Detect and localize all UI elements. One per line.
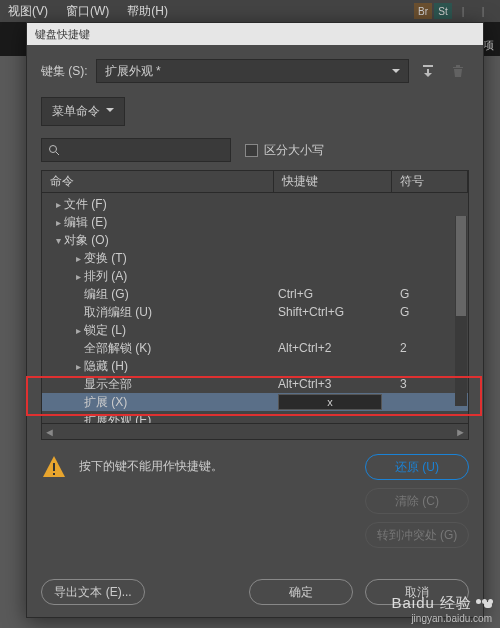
watermark: Baidu 经验 jingyan.baidu.com bbox=[391, 594, 492, 624]
goto-conflict-button: 转到冲突处 (G) bbox=[365, 522, 469, 548]
menu-window[interactable]: 窗口(W) bbox=[66, 3, 109, 20]
chevron-right-icon[interactable]: ▸ bbox=[72, 361, 84, 372]
chevron-down-icon[interactable]: ▾ bbox=[52, 235, 64, 246]
export-text-button[interactable]: 导出文本 (E)... bbox=[41, 579, 145, 605]
undo-button[interactable]: 还原 (U) bbox=[365, 454, 469, 480]
scrollbar-thumb[interactable] bbox=[456, 216, 466, 316]
tree-label: 锁定 (L) bbox=[84, 322, 126, 339]
match-case-checkbox[interactable]: 区分大小写 bbox=[245, 142, 324, 159]
shortcut-cell bbox=[274, 394, 392, 410]
chevron-right-icon[interactable]: ▸ bbox=[72, 271, 84, 282]
category-select[interactable]: 菜单命令 bbox=[41, 97, 125, 126]
ok-button[interactable]: 确定 bbox=[249, 579, 353, 605]
shortcut-cell: Shift+Ctrl+G bbox=[274, 305, 392, 319]
keyset-select[interactable]: 扩展外观 * bbox=[96, 59, 409, 83]
tree-label: 编组 (G) bbox=[84, 286, 129, 303]
warning-icon bbox=[41, 454, 67, 480]
tree-row[interactable]: ▸排列 (A) bbox=[42, 267, 468, 285]
col-symbol[interactable]: 符号 bbox=[392, 171, 468, 192]
match-case-label: 区分大小写 bbox=[264, 142, 324, 159]
menu-help[interactable]: 帮助(H) bbox=[127, 3, 168, 20]
search-input[interactable] bbox=[66, 143, 224, 157]
delete-set-icon bbox=[447, 60, 469, 82]
shortcut-cell: Alt+Ctrl+3 bbox=[274, 377, 392, 391]
save-set-icon[interactable] bbox=[417, 60, 439, 82]
tree-row[interactable]: 全部解锁 (K)Alt+Ctrl+22 bbox=[42, 339, 468, 357]
dialog-title: 键盘快捷键 bbox=[27, 23, 483, 45]
tree-label: 对象 (O) bbox=[64, 232, 109, 249]
checkbox-icon bbox=[245, 144, 258, 157]
stock-icon[interactable]: St bbox=[434, 3, 452, 19]
tree-row[interactable]: ▸隐藏 (H) bbox=[42, 357, 468, 375]
col-shortcut[interactable]: 快捷键 bbox=[274, 171, 392, 192]
shortcuts-grid: 命令 快捷键 符号 ▸文件 (F)▸编辑 (E)▾对象 (O)▸变换 (T)▸排… bbox=[41, 170, 469, 440]
svg-line-1 bbox=[56, 152, 59, 155]
keyset-label: 键集 (S): bbox=[41, 63, 88, 80]
tree-row[interactable]: 编组 (G)Ctrl+GG bbox=[42, 285, 468, 303]
tree-label: 扩展外观 (E) bbox=[84, 412, 151, 424]
tree-row[interactable]: 取消编组 (U)Shift+Ctrl+GG bbox=[42, 303, 468, 321]
shortcut-input[interactable] bbox=[278, 394, 382, 410]
tree-row[interactable]: 扩展外观 (E) bbox=[42, 411, 468, 423]
tree-label: 变换 (T) bbox=[84, 250, 127, 267]
svg-point-0 bbox=[50, 146, 57, 153]
tree-label: 编辑 (E) bbox=[64, 214, 107, 231]
tree-label: 文件 (F) bbox=[64, 196, 107, 213]
tree-label: 扩展 (X) bbox=[84, 394, 127, 411]
tree-label: 显示全部 bbox=[84, 376, 132, 393]
watermark-brand: Baidu 经验 bbox=[391, 594, 472, 613]
tree-row[interactable]: ▸锁定 (L) bbox=[42, 321, 468, 339]
tree-row[interactable]: ▸文件 (F) bbox=[42, 195, 468, 213]
search-input-wrap bbox=[41, 138, 231, 162]
tree-label: 取消编组 (U) bbox=[84, 304, 152, 321]
shortcut-cell: Alt+Ctrl+2 bbox=[274, 341, 392, 355]
keyset-value: 扩展外观 * bbox=[105, 63, 161, 80]
svg-rect-3 bbox=[53, 473, 55, 475]
clear-button: 清除 (C) bbox=[365, 488, 469, 514]
tree-label: 全部解锁 (K) bbox=[84, 340, 151, 357]
scrollbar-track[interactable] bbox=[455, 216, 467, 406]
chevron-right-icon[interactable]: ▸ bbox=[72, 325, 84, 336]
chevron-right-icon[interactable]: ▸ bbox=[52, 217, 64, 228]
svg-rect-2 bbox=[53, 463, 55, 471]
tree-row[interactable]: 扩展 (X) bbox=[42, 393, 468, 411]
search-icon bbox=[48, 144, 60, 156]
tree-row[interactable]: ▸变换 (T) bbox=[42, 249, 468, 267]
tree-row[interactable]: 显示全部Alt+Ctrl+33 bbox=[42, 375, 468, 393]
warning-text: 按下的键不能用作快捷键。 bbox=[79, 454, 353, 475]
tree-row[interactable]: ▸编辑 (E) bbox=[42, 213, 468, 231]
scroll-left-icon[interactable]: ◄ bbox=[44, 426, 55, 438]
watermark-url: jingyan.baidu.com bbox=[411, 613, 492, 624]
chevron-right-icon[interactable]: ▸ bbox=[52, 199, 64, 210]
shortcut-cell: Ctrl+G bbox=[274, 287, 392, 301]
arrange-icon[interactable]: | bbox=[454, 3, 472, 19]
main-menubar: 视图(V) 窗口(W) 帮助(H) Br St | | bbox=[0, 0, 500, 22]
col-command[interactable]: 命令 bbox=[42, 171, 274, 192]
grid-footer: ◄ ► bbox=[42, 423, 468, 439]
tree-label: 隐藏 (H) bbox=[84, 358, 128, 375]
bridge-icon[interactable]: Br bbox=[414, 3, 432, 19]
menu-view[interactable]: 视图(V) bbox=[8, 3, 48, 20]
tree-label: 排列 (A) bbox=[84, 268, 127, 285]
search-menu-icon[interactable]: | bbox=[474, 3, 492, 19]
keyboard-shortcuts-dialog: 键盘快捷键 键集 (S): 扩展外观 * 菜单命令 区分大小写 bbox=[26, 22, 484, 618]
scroll-right-icon[interactable]: ► bbox=[455, 426, 466, 438]
chevron-right-icon[interactable]: ▸ bbox=[72, 253, 84, 264]
tree-row[interactable]: ▾对象 (O) bbox=[42, 231, 468, 249]
paw-icon bbox=[476, 599, 492, 608]
